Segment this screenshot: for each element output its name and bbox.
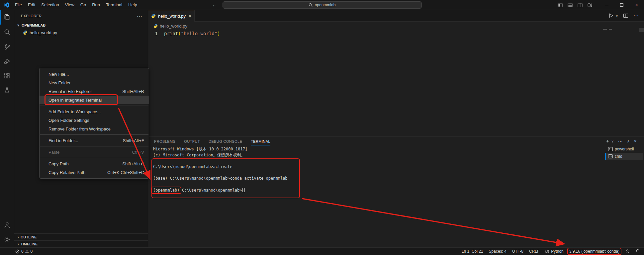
tab-hello-world[interactable]: hello_world.py ×: [148, 10, 195, 22]
terminal-line: C:\Users\msnod\openmmlab>activate: [153, 164, 288, 170]
chevron-right-icon: ›: [18, 242, 19, 246]
prompt-path: C:\Users\msnod\openmmlab>: [179, 188, 242, 193]
warnings-icon: ⚠: [25, 249, 29, 254]
panel-more-actions-icon[interactable]: ···: [618, 138, 623, 144]
python-file-icon: [153, 24, 158, 28]
maximize-panel-icon[interactable]: ∧: [627, 139, 630, 143]
editor-actions: ∨ ···: [608, 10, 644, 21]
breadcrumb[interactable]: hello_world.py: [148, 22, 644, 30]
eol-status[interactable]: CRLF: [529, 249, 539, 254]
minimize-button[interactable]: [599, 0, 614, 10]
menu-item-new-file[interactable]: New File...: [40, 70, 149, 78]
timeline-section-header[interactable]: › TIMELINE: [14, 240, 148, 247]
run-dropdown-chevron-icon[interactable]: ∨: [616, 14, 618, 18]
menu-item-copy-relative-path[interactable]: Copy Relative PathCtrl+K Ctrl+Shift+C: [40, 168, 149, 177]
terminal-line: [153, 158, 288, 164]
terminal-line: (c) Microsoft Corporation。保留所有权利。: [153, 152, 288, 158]
menu-item-shortcut: Shift+Alt+R: [122, 89, 144, 94]
settings-gear-button[interactable]: [0, 232, 14, 247]
feedback-icon[interactable]: [625, 249, 630, 254]
sidebar-bottom-sections: › OUTLINE › TIMELINE: [14, 233, 148, 247]
activity-run-debug-button[interactable]: [0, 54, 14, 68]
menu-item-reveal-in-file-explorer[interactable]: Reveal in File ExplorerShift+Alt+R: [40, 87, 149, 96]
new-terminal-icon[interactable]: +: [606, 138, 609, 144]
menu-item-add-folder-to-workspace[interactable]: Add Folder to Workspace...: [40, 107, 149, 116]
terminal-output[interactable]: Microsoft Windows [版本 10.0.22000.1817] (…: [153, 146, 288, 194]
close-window-button[interactable]: ×: [629, 0, 644, 10]
menu-item-label: Reveal in File Explorer: [48, 89, 92, 94]
testing-flask-icon: [3, 87, 11, 94]
outline-section-header[interactable]: › OUTLINE: [14, 233, 148, 240]
terminal-profile-chevron-icon[interactable]: ∨: [611, 139, 613, 143]
menu-item-remove-folder-from-workspace[interactable]: Remove Folder from Workspace: [40, 125, 149, 133]
file-row-hello-world[interactable]: hello_world.py: [14, 29, 148, 36]
token-close-paren: ): [217, 31, 220, 36]
menu-edit[interactable]: Edit: [25, 0, 38, 10]
menu-item-copy-path[interactable]: Copy PathShift+Alt+C: [40, 159, 149, 168]
activity-search-button[interactable]: [0, 25, 14, 39]
tab-terminal[interactable]: TERMINAL: [251, 137, 270, 145]
close-panel-icon[interactable]: ×: [634, 138, 637, 144]
editor-scrollbar[interactable]: [639, 28, 644, 32]
menu-terminal[interactable]: Terminal: [103, 0, 125, 10]
toggle-secondary-sidebar-icon[interactable]: [578, 3, 583, 8]
customize-layout-icon[interactable]: [588, 3, 593, 8]
search-value: openmmlab: [315, 3, 336, 7]
encoding-status[interactable]: UTF-8: [512, 249, 523, 254]
tab-problems[interactable]: PROBLEMS: [154, 137, 175, 145]
split-editor-icon[interactable]: [623, 13, 628, 18]
editor-more-actions-icon[interactable]: ···: [633, 13, 639, 19]
python-interpreter-status[interactable]: 3.9.16 ('openmmlab': conda): [569, 249, 619, 254]
menu-item-shortcut: Ctrl+K Ctrl+Shift+C: [107, 170, 144, 175]
close-icon: ×: [635, 2, 638, 8]
menu-item-label: Open in Integrated Terminal: [48, 98, 102, 103]
token-print: print: [164, 31, 178, 36]
minimap: [603, 29, 607, 30]
workspace-folder-row[interactable]: ∨ OPENMMLAB: [14, 22, 148, 29]
menu-selection[interactable]: Selection: [38, 0, 62, 10]
tab-debug-console[interactable]: DEBUG CONSOLE: [209, 137, 242, 145]
toggle-sidebar-icon[interactable]: [558, 3, 563, 8]
cursor-position-status[interactable]: Ln 1, Col 21: [462, 249, 483, 254]
language-status[interactable]: Python: [545, 249, 563, 254]
tab-close-icon[interactable]: ×: [189, 13, 191, 19]
menu-item-open-folder-settings[interactable]: Open Folder Settings: [40, 116, 149, 125]
workspace-folder-name: OPENMMLAB: [22, 23, 46, 27]
activity-source-control-button[interactable]: [0, 39, 14, 54]
activity-explorer-button[interactable]: [0, 10, 14, 25]
menu-item-label: Paste: [48, 150, 59, 155]
command-center-search[interactable]: openmmlab: [223, 1, 422, 9]
menu-item-shortcut: Ctrl+V: [132, 150, 144, 155]
problems-status[interactable]: 0 ⚠ 0: [15, 249, 33, 254]
warning-count: 0: [30, 249, 33, 254]
files-icon: [3, 13, 11, 21]
menu-view[interactable]: View: [62, 0, 77, 10]
menu-item-open-in-integrated-terminal[interactable]: Open in Integrated Terminal: [40, 96, 149, 104]
terminal-item-powershell[interactable]: powershell: [605, 145, 643, 153]
tab-output[interactable]: OUTPUT: [184, 137, 200, 145]
explorer-more-actions-icon[interactable]: ···: [137, 13, 142, 19]
run-file-icon[interactable]: [608, 13, 613, 18]
menu-file[interactable]: File: [12, 0, 25, 10]
terminal-item-cmd[interactable]: C:\ cmd: [605, 153, 643, 160]
chevron-right-icon: ›: [18, 235, 19, 239]
menu-help[interactable]: Help: [125, 0, 140, 10]
menu-separator: [40, 134, 148, 135]
activity-testing-button[interactable]: [0, 83, 14, 98]
code-editor[interactable]: 1 print("hello world"): [148, 30, 644, 37]
menu-item-find-in-folder[interactable]: Find in Folder...Shift+Alt+F: [40, 136, 149, 145]
prompt-env: (openmmlab): [153, 188, 179, 193]
maximize-button[interactable]: [614, 0, 629, 10]
toggle-panel-icon[interactable]: [568, 3, 573, 8]
notifications-bell-icon[interactable]: [635, 249, 640, 254]
activity-extensions-button[interactable]: [0, 68, 14, 83]
back-icon[interactable]: ←: [212, 0, 217, 10]
menu-item-new-folder[interactable]: New Folder...: [40, 78, 149, 87]
account-button[interactable]: [0, 217, 14, 232]
indentation-status[interactable]: Spaces: 4: [489, 249, 506, 254]
terminal-line: Microsoft Windows [版本 10.0.22000.1817]: [153, 146, 288, 152]
menu-separator: [40, 158, 148, 158]
menu-go[interactable]: Go: [77, 0, 89, 10]
activity-bar-bottom: [0, 217, 14, 247]
menu-run[interactable]: Run: [89, 0, 103, 10]
